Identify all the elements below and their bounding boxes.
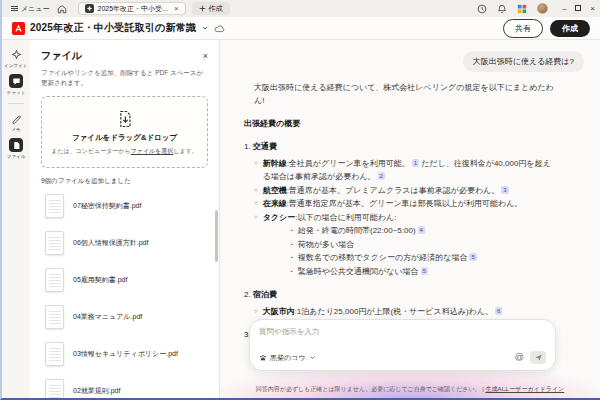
file-item[interactable]: 04業務マニュアル.pdf (41, 298, 208, 335)
tab-close-icon[interactable]: × (174, 5, 179, 13)
clock-icon[interactable] (477, 4, 487, 14)
assistant-list-item: ▪荷物が多い場合 (291, 238, 556, 251)
bullet-icon: ▪ (291, 238, 293, 251)
bullet-icon: ○ (254, 197, 258, 210)
bullet-icon: ○ (254, 305, 258, 318)
rail-item-chat[interactable]: チャット (6, 74, 26, 95)
ai-assistant-panel: 大阪出張時に使える経費は? 大阪出張時に使える経費について、株式会社レベリングの… (220, 40, 600, 398)
home-icon (57, 4, 67, 14)
rail-label: ファイル (7, 153, 26, 159)
file-name: 03情報セキュリティポリシー.pdf (73, 349, 178, 359)
citation-badge[interactable]: 5 (469, 253, 476, 261)
files-panel-title: ファイル (41, 49, 82, 63)
share-button[interactable]: 共有 (503, 19, 543, 38)
files-icon (9, 138, 23, 152)
avatar[interactable] (537, 3, 548, 14)
chat-text: 大阪出張時に使える経費について、株式会社レベリングの規定を以下にまとめたわん! (254, 83, 554, 105)
files-added-count: 9個のファイルを追加しました (41, 177, 208, 186)
chat-text: :1泊あたり25,000円が上限(税・サービス料込み)わん。 (295, 307, 493, 316)
bullet-icon: ▪ (291, 251, 293, 264)
menu-button[interactable]: メニュー (8, 4, 53, 14)
insights-icon (9, 47, 23, 61)
bullet-icon: ○ (254, 211, 258, 224)
rail-item-insights[interactable]: インサイト (3, 47, 29, 68)
citation-badge[interactable]: 2 (378, 172, 385, 180)
files-panel-scrollbar[interactable] (215, 210, 218, 262)
left-rail: インサイト チャット メモ ファイル (2, 40, 30, 398)
citation-badge[interactable]: 6 (495, 307, 502, 315)
assistant-list-item: ▪始発・終電の時間帯(22:00~5:00)4 (291, 224, 556, 237)
file-item[interactable]: 07秘密保持契約書.pdf (41, 187, 208, 224)
rail-item-files[interactable]: ファイル (6, 138, 26, 159)
persona-name: 黒柴のコウ (270, 353, 306, 363)
window-maximize-button[interactable] (575, 5, 581, 13)
assistant-list-item: ○航空機:普通席が基本。プレミアムクラスは事前承認が必要わん。3 (254, 184, 556, 197)
create-button[interactable]: 作成 (550, 20, 590, 37)
chat-icon (9, 74, 23, 88)
file-item[interactable]: 02就業規則.pdf (41, 372, 208, 398)
toolbar: 2025年改正・中小受託取引の新常識 共有 作成 (2, 17, 600, 40)
assistant-numbered-heading: 2. 宿泊費 (244, 288, 556, 301)
persona-selector[interactable]: 黒柴のコウ (259, 353, 316, 363)
rail-item-memo[interactable]: メモ (9, 111, 23, 132)
rail-divider (8, 103, 24, 104)
window-close-button[interactable]: × (590, 5, 595, 13)
file-thumbnail (45, 305, 64, 329)
list-item-content: 複数名での移動でタクシーの方が経済的な場合5 (298, 251, 479, 264)
list-item-content: 航空機:普通席が基本。プレミアムクラスは事前承認が必要わん。3 (263, 184, 511, 197)
document-tab[interactable]: 2025年改正・中小受... × (78, 2, 186, 15)
file-name: 07秘密保持契約書.pdf (73, 201, 141, 211)
apps-grid-icon[interactable] (517, 4, 527, 14)
file-name: 02就業規則.pdf (73, 386, 120, 396)
bell-icon[interactable] (497, 4, 507, 14)
titlebar: メニュー 2025年改正・中小受... × 作成 (2, 0, 600, 17)
home-button[interactable] (53, 4, 71, 14)
list-item-label: 在来線 (263, 199, 287, 208)
file-name: 04業務マニュアル.pdf (73, 312, 142, 322)
chevron-down-icon (309, 354, 316, 361)
list-item-content: タクシー:以下の場合に利用可能わん: (263, 211, 397, 224)
memo-icon (9, 111, 23, 125)
chat-text: :以下の場合に利用可能わん: (295, 213, 396, 222)
chat-composer: 黒柴のコウ @ (249, 319, 556, 371)
assistant-numbered-heading: 1. 交通費 (244, 140, 556, 153)
citation-badge[interactable]: 4 (418, 226, 425, 234)
send-icon (534, 353, 543, 362)
assistant-heading: 出張経費の概要 (244, 117, 556, 130)
cloud-icon[interactable] (214, 24, 225, 33)
assistant-paragraph: 大阪出張時に使える経費について、株式会社レベリングの規定を以下にまとめたわん! (254, 81, 556, 107)
window-minimize-button[interactable]: – (562, 5, 566, 13)
rail-label: チャット (7, 89, 26, 95)
ai-guideline-link[interactable]: 生成AIユーザーガイドライン (485, 386, 564, 392)
citation-badge[interactable]: 3 (501, 186, 508, 194)
select-file-link[interactable]: ファイルを選択 (131, 148, 174, 154)
file-dropzone[interactable]: ファイルをドラッグ&ドロップ または、コンピューターからファイルを選択します。 (41, 96, 208, 168)
chat-input[interactable] (259, 327, 546, 342)
new-tab-button[interactable]: 作成 (192, 2, 230, 15)
panel-close-icon[interactable]: × (203, 52, 208, 61)
file-item[interactable]: 03情報セキュリティポリシー.pdf (41, 335, 208, 372)
bullet-icon: ○ (254, 184, 258, 197)
file-thumbnail (45, 379, 64, 398)
spaces-logo-icon (85, 4, 94, 13)
file-name: 05雇用契約書.pdf (73, 275, 127, 285)
mention-icon[interactable]: @ (515, 353, 524, 362)
citation-badge[interactable]: 5 (421, 267, 428, 275)
disclaimer: 回答内容が必ずしも正確とは限りません。必要に応じてご自身でご確認ください。 | … (220, 385, 600, 394)
files-panel-subtitle: ファイルやリンクを追加、削除すると PDF スペースが更新されます。 (41, 68, 208, 87)
chat-text: :全社員がグリーン車を利用可能。 (287, 159, 410, 168)
assistant-list-item: ○在来線:普通車指定席が基本。グリーン車は部長職以上が利用可能わん。 (254, 197, 556, 210)
citation-badge[interactable]: 1 (412, 159, 419, 167)
file-item[interactable]: 05雇用契約書.pdf (41, 261, 208, 298)
tab-title: 2025年改正・中小受... (98, 4, 168, 14)
send-button[interactable] (530, 351, 546, 364)
file-item[interactable]: 06個人情報保護方針.pdf (41, 224, 208, 261)
chat-text: 荷物が多い場合 (298, 240, 354, 249)
new-tab-label: 作成 (209, 4, 223, 14)
list-item-content: 緊急時や公共交通機関がない場合5 (298, 265, 430, 278)
list-item-label: タクシー (263, 213, 296, 222)
chat-text: :普通車指定席が基本。グリーン車は部長職以上が利用可能わん。 (287, 199, 523, 208)
bullet-icon: ○ (254, 157, 258, 183)
chevron-down-icon[interactable] (201, 24, 209, 32)
assistant-list-item: ▪緊急時や公共交通機関がない場合5 (291, 265, 556, 278)
